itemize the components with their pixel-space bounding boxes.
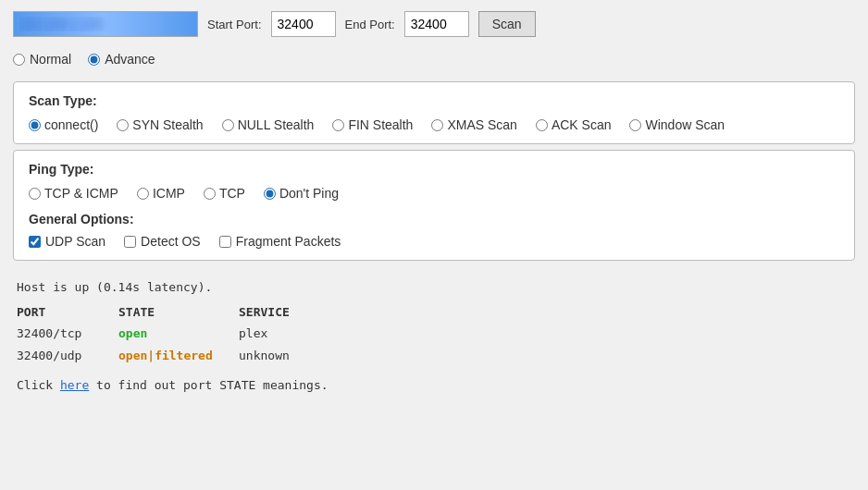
ping-dont[interactable]: Don't Ping (264, 186, 339, 201)
service-cell: unknown (239, 345, 378, 366)
scan-type-ack[interactable]: ACK Scan (536, 117, 612, 132)
icmp-radio[interactable] (137, 188, 149, 200)
scan-type-connect[interactable]: connect() (29, 117, 98, 132)
scan-type-syn[interactable]: SYN Stealth (117, 117, 203, 132)
general-options-row: UDP Scan Detect OS Fragment Packets (29, 234, 839, 249)
scan-type-null[interactable]: NULL Stealth (222, 117, 315, 132)
ping-tcp[interactable]: TCP (204, 186, 245, 201)
xmas-label: XMAS Scan (447, 117, 516, 132)
start-port-label: Start Port: (207, 18, 262, 31)
tcp-icmp-radio[interactable] (29, 188, 41, 200)
fragment-packets-option[interactable]: Fragment Packets (219, 234, 341, 249)
ack-label: ACK Scan (552, 117, 612, 132)
col-service: SERVICE (239, 301, 378, 323)
fragment-packets-label: Fragment Packets (236, 234, 341, 249)
ping-types-row: TCP & ICMP ICMP TCP Don't Ping (29, 186, 839, 201)
detect-os-label: Detect OS (141, 234, 201, 249)
ack-radio[interactable] (536, 119, 548, 131)
connect-radio[interactable] (29, 119, 41, 131)
latency-line: Host is up (0.14s latency). (17, 277, 851, 298)
scan-type-window[interactable]: Window Scan (629, 117, 725, 132)
detect-os-option[interactable]: Detect OS (124, 234, 201, 249)
null-label: NULL Stealth (238, 117, 315, 132)
table-row: 32400/udp open|filtered unknown (17, 345, 851, 366)
fragment-packets-checkbox[interactable] (219, 236, 231, 248)
result-table: PORT STATE SERVICE 32400/tcp open plex 3… (17, 301, 851, 366)
icmp-label: ICMP (153, 186, 185, 201)
footer-suffix: to find out port STATE meanings. (89, 378, 328, 392)
top-bar: Start Port: End Port: Scan (0, 0, 868, 48)
port-cell: 32400/udp (17, 345, 118, 366)
connect-label: connect() (44, 117, 98, 132)
state-cell: open|filtered (118, 345, 239, 366)
scan-type-fin[interactable]: FIN Stealth (332, 117, 413, 132)
normal-mode-option[interactable]: Normal (13, 52, 71, 67)
scan-type-panel: Scan Type: connect() SYN Stealth NULL St… (13, 81, 855, 144)
port-cell: 32400/tcp (17, 323, 118, 344)
syn-radio[interactable] (117, 119, 129, 131)
table-row: 32400/tcp open plex (17, 323, 851, 344)
tcp-radio[interactable] (204, 188, 216, 200)
results-area: Host is up (0.14s latency). PORT STATE S… (0, 266, 868, 407)
ping-tcp-icmp[interactable]: TCP & ICMP (29, 186, 118, 201)
service-cell: plex (239, 323, 378, 344)
scan-button[interactable]: Scan (478, 11, 536, 37)
null-radio[interactable] (222, 119, 234, 131)
scan-types-row: connect() SYN Stealth NULL Stealth FIN S… (29, 117, 839, 132)
dont-ping-label: Don't Ping (279, 186, 339, 201)
result-table-header: PORT STATE SERVICE (17, 301, 851, 323)
ping-icmp[interactable]: ICMP (137, 186, 185, 201)
syn-label: SYN Stealth (132, 117, 203, 132)
host-input[interactable] (13, 11, 198, 37)
scan-type-xmas[interactable]: XMAS Scan (431, 117, 516, 132)
dont-ping-radio[interactable] (264, 188, 276, 200)
window-radio[interactable] (629, 119, 641, 131)
mode-row: Normal Advance (0, 48, 868, 76)
tcp-label: TCP (219, 186, 245, 201)
general-options-title: General Options: (29, 212, 839, 227)
normal-radio[interactable] (13, 54, 25, 66)
start-port-input[interactable] (271, 11, 336, 37)
udp-scan-checkbox[interactable] (29, 236, 41, 248)
footer-line: Click here to find out port STATE meanin… (17, 375, 851, 396)
xmas-radio[interactable] (431, 119, 443, 131)
state-meanings-link[interactable]: here (60, 378, 89, 392)
col-state: STATE (118, 301, 239, 323)
udp-scan-label: UDP Scan (45, 234, 105, 249)
end-port-input[interactable] (404, 11, 469, 37)
advance-radio[interactable] (88, 54, 100, 66)
window-label: Window Scan (645, 117, 725, 132)
scan-type-title: Scan Type: (29, 93, 839, 108)
tcp-icmp-label: TCP & ICMP (44, 186, 118, 201)
state-cell: open (118, 323, 239, 344)
ping-general-panel: Ping Type: TCP & ICMP ICMP TCP Don't Pin… (13, 150, 855, 261)
footer-prefix: Click (17, 378, 60, 392)
udp-scan-option[interactable]: UDP Scan (29, 234, 105, 249)
col-port: PORT (17, 301, 118, 323)
advance-mode-label: Advance (105, 52, 155, 67)
detect-os-checkbox[interactable] (124, 236, 136, 248)
advance-mode-option[interactable]: Advance (88, 52, 155, 67)
ping-type-title: Ping Type: (29, 162, 839, 177)
fin-radio[interactable] (332, 119, 344, 131)
fin-label: FIN Stealth (348, 117, 413, 132)
normal-mode-label: Normal (30, 52, 71, 67)
end-port-label: End Port: (345, 18, 395, 31)
